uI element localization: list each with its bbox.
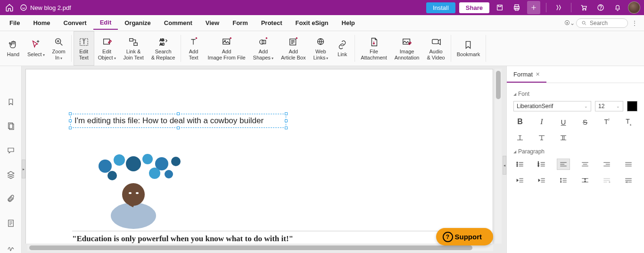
bullets-button[interactable] <box>513 159 527 170</box>
ribbon-bookmark[interactable]: Bookmark <box>453 31 484 66</box>
ribbon-link[interactable]: Link <box>332 31 353 66</box>
menu-view[interactable]: View <box>199 17 226 29</box>
attachments-icon[interactable] <box>5 194 17 204</box>
edit-text-box[interactable]: I'm editing this file: How to deal with … <box>70 114 286 128</box>
subscript-button[interactable]: T₂ <box>622 116 635 127</box>
superscript-button[interactable]: T² <box>600 116 613 127</box>
ribbon-web-links[interactable]: WebLinks <box>309 31 332 66</box>
svg-rect-12 <box>103 39 109 44</box>
help-icon[interactable] <box>594 1 607 14</box>
ribbon-file-attachment[interactable]: FileAttachment <box>357 31 391 66</box>
tab-format[interactable]: Format ✕ <box>507 66 546 83</box>
expand-right-handle[interactable]: ◂ <box>503 156 506 175</box>
rtl-button[interactable] <box>622 175 635 186</box>
more-icon[interactable]: ⋮ <box>629 18 640 28</box>
svg-point-28 <box>99 160 112 173</box>
ribbon-image-annotation[interactable]: ImageAnnotation <box>391 31 423 66</box>
avatar[interactable] <box>628 1 640 14</box>
svg-rect-13 <box>130 39 133 42</box>
ltr-button[interactable] <box>600 175 613 186</box>
ribbon-edit-text[interactable]: EditText <box>74 31 94 66</box>
menu-organize[interactable]: Organize <box>118 17 157 29</box>
ribbon-audio-video[interactable]: Audio& Video <box>423 31 448 66</box>
numbered-button[interactable]: 123 <box>535 159 548 170</box>
share-button[interactable]: Share <box>459 2 489 13</box>
save-icon[interactable] <box>493 1 506 14</box>
menu-form[interactable]: Form <box>226 17 255 29</box>
search-box[interactable] <box>576 18 628 28</box>
strike-button[interactable]: S <box>578 116 592 127</box>
font-color-swatch[interactable] <box>627 101 637 111</box>
ribbon-add-shapes[interactable]: AddShapes <box>249 31 277 66</box>
paragraph-spacing-button[interactable] <box>578 175 592 186</box>
expand-left-handle[interactable]: ▸ <box>22 160 25 178</box>
ribbon: Hand Select ZoomIn EditText EditObject L… <box>0 31 644 66</box>
menu-comment[interactable]: Comment <box>157 17 199 29</box>
increase-indent-button[interactable] <box>535 175 548 186</box>
comments-icon[interactable] <box>5 145 17 156</box>
font-family-select[interactable]: LiberationSerif⌄ <box>513 101 591 111</box>
vertical-scrollbar[interactable] <box>495 69 502 244</box>
menu-help[interactable]: Help <box>335 17 362 29</box>
font-size-select[interactable]: 12⌄ <box>595 101 623 111</box>
ribbon-hand[interactable]: Hand <box>3 31 24 66</box>
shrink-font-button[interactable] <box>535 132 548 143</box>
search-input[interactable] <box>590 20 623 26</box>
search-icon <box>581 20 587 26</box>
line-spacing-button[interactable] <box>557 175 570 186</box>
document-title: New blog 2.pdf <box>20 4 71 11</box>
quote-text: "Education is only powerful when you kno… <box>72 231 454 244</box>
align-center-button[interactable] <box>578 159 592 170</box>
svg-point-9 <box>582 21 585 24</box>
ribbon-search-replace[interactable]: ABACSearch& Replace <box>148 31 179 66</box>
menu-home[interactable]: Home <box>26 17 57 29</box>
ribbon-add-image[interactable]: AddImage From File <box>204 31 249 66</box>
bold-button[interactable]: B <box>513 116 527 127</box>
ribbon-link-join[interactable]: Link &Join Text <box>120 31 148 66</box>
justify-button[interactable] <box>622 159 635 170</box>
signatures-icon[interactable] <box>5 242 17 253</box>
home-icon[interactable] <box>4 2 15 13</box>
menu-esign[interactable]: Foxit eSign <box>289 17 335 29</box>
decrease-indent-button[interactable] <box>513 175 527 186</box>
install-button[interactable]: Install <box>426 2 455 13</box>
ribbon-select[interactable]: Select <box>24 31 49 66</box>
menu-convert[interactable]: Convert <box>57 17 93 29</box>
print-icon[interactable] <box>510 1 523 14</box>
section-font[interactable]: Font <box>513 91 637 97</box>
align-right-button[interactable] <box>600 159 613 170</box>
ribbon-add-article[interactable]: AddArticle Box <box>277 31 310 66</box>
svg-point-6 <box>585 9 586 10</box>
menu-bar: File Home Convert Edit Organize Comment … <box>0 15 644 31</box>
bookmarks-icon[interactable] <box>5 96 17 107</box>
bell-icon[interactable] <box>611 1 624 14</box>
menu-protect[interactable]: Protect <box>255 17 289 29</box>
ribbon-zoom-in[interactable]: ZoomIn <box>49 31 69 66</box>
horizontal-scrollbar[interactable] <box>27 245 493 251</box>
ribbon-add-text[interactable]: AddText <box>183 31 204 66</box>
page[interactable]: I'm editing this file: How to deal with … <box>25 69 493 244</box>
fields-icon[interactable] <box>5 218 17 228</box>
pages-icon[interactable] <box>5 120 17 131</box>
plus-icon[interactable] <box>527 1 540 14</box>
spacing-button[interactable] <box>557 132 570 143</box>
align-left-button[interactable] <box>557 159 570 170</box>
menu-file[interactable]: File <box>3 17 26 29</box>
svg-text:AC: AC <box>160 42 165 46</box>
ribbon-edit-object[interactable]: EditObject <box>94 31 120 66</box>
italic-button[interactable]: I <box>535 116 548 127</box>
find-options-icon[interactable]: ⦿⌄ <box>564 18 575 28</box>
svg-point-0 <box>21 5 26 10</box>
svg-point-36 <box>165 170 173 178</box>
grow-font-button[interactable] <box>513 132 527 143</box>
section-paragraph[interactable]: Paragraph <box>513 148 637 155</box>
svg-point-40 <box>136 192 139 194</box>
svg-rect-1 <box>497 5 503 10</box>
support-button[interactable]: Support <box>436 228 494 245</box>
menu-edit[interactable]: Edit <box>93 16 118 30</box>
layers-icon[interactable] <box>5 169 17 180</box>
cart-icon[interactable] <box>577 1 590 14</box>
close-icon[interactable]: ✕ <box>536 71 540 77</box>
tools-icon[interactable] <box>552 1 565 14</box>
underline-button[interactable]: U <box>557 116 570 127</box>
